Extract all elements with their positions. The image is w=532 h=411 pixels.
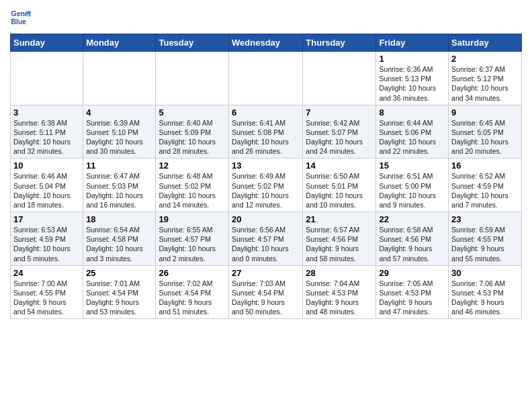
day-number: 19 <box>159 214 226 224</box>
week-row-4: 24Sunrise: 7:00 AM Sunset: 4:55 PM Dayli… <box>11 265 522 319</box>
day-info: Sunrise: 6:48 AM Sunset: 5:02 PM Dayligh… <box>159 171 226 210</box>
day-header-thursday: Thursday <box>303 34 376 52</box>
day-cell <box>11 52 83 105</box>
day-number: 11 <box>86 161 152 171</box>
day-cell: 6Sunrise: 6:41 AM Sunset: 5:08 PM Daylig… <box>229 105 303 158</box>
day-cell <box>83 52 156 105</box>
day-number: 21 <box>306 214 373 224</box>
week-row-1: 3Sunrise: 6:38 AM Sunset: 5:11 PM Daylig… <box>11 105 522 158</box>
day-number: 9 <box>451 107 519 118</box>
day-info: Sunrise: 6:58 AM Sunset: 4:56 PM Dayligh… <box>379 225 445 263</box>
day-info: Sunrise: 6:39 AM Sunset: 5:10 PM Dayligh… <box>86 118 152 156</box>
day-header-monday: Monday <box>83 34 156 52</box>
day-info: Sunrise: 6:53 AM Sunset: 4:59 PM Dayligh… <box>13 225 80 263</box>
day-number: 24 <box>13 268 80 278</box>
header: General Blue <box>10 7 522 28</box>
day-cell: 17Sunrise: 6:53 AM Sunset: 4:59 PM Dayli… <box>11 212 83 266</box>
day-number: 18 <box>86 214 152 224</box>
week-row-0: 1Sunrise: 6:36 AM Sunset: 5:13 PM Daylig… <box>11 52 522 105</box>
day-cell: 27Sunrise: 7:03 AM Sunset: 4:54 PM Dayli… <box>229 265 303 319</box>
day-info: Sunrise: 6:42 AM Sunset: 5:07 PM Dayligh… <box>306 118 373 156</box>
day-number: 29 <box>379 268 445 278</box>
day-info: Sunrise: 6:52 AM Sunset: 4:59 PM Dayligh… <box>451 171 519 210</box>
day-number: 13 <box>232 161 300 171</box>
day-cell: 4Sunrise: 6:39 AM Sunset: 5:10 PM Daylig… <box>83 105 156 158</box>
day-cell: 16Sunrise: 6:52 AM Sunset: 4:59 PM Dayli… <box>449 158 522 212</box>
day-cell: 20Sunrise: 6:56 AM Sunset: 4:57 PM Dayli… <box>229 212 303 266</box>
day-info: Sunrise: 6:40 AM Sunset: 5:09 PM Dayligh… <box>159 118 226 156</box>
day-number: 17 <box>13 214 80 224</box>
day-number: 12 <box>159 161 226 171</box>
day-number: 20 <box>232 214 300 224</box>
day-info: Sunrise: 7:05 AM Sunset: 4:53 PM Dayligh… <box>379 279 445 317</box>
day-number: 1 <box>379 54 445 64</box>
day-number: 2 <box>451 54 519 64</box>
day-info: Sunrise: 7:02 AM Sunset: 4:54 PM Dayligh… <box>159 279 226 317</box>
week-row-3: 17Sunrise: 6:53 AM Sunset: 4:59 PM Dayli… <box>11 212 522 266</box>
day-cell: 9Sunrise: 6:45 AM Sunset: 5:05 PM Daylig… <box>449 105 522 158</box>
day-cell: 12Sunrise: 6:48 AM Sunset: 5:02 PM Dayli… <box>156 158 229 212</box>
day-cell: 8Sunrise: 6:44 AM Sunset: 5:06 PM Daylig… <box>376 105 449 158</box>
day-cell: 28Sunrise: 7:04 AM Sunset: 4:53 PM Dayli… <box>303 265 376 319</box>
day-cell <box>229 52 303 105</box>
logo-icon: General Blue <box>10 7 32 28</box>
day-info: Sunrise: 6:38 AM Sunset: 5:11 PM Dayligh… <box>13 118 80 156</box>
day-number: 22 <box>379 214 445 224</box>
day-number: 26 <box>159 268 226 278</box>
day-number: 15 <box>379 161 445 171</box>
day-cell: 3Sunrise: 6:38 AM Sunset: 5:11 PM Daylig… <box>11 105 83 158</box>
day-cell: 7Sunrise: 6:42 AM Sunset: 5:07 PM Daylig… <box>303 105 376 158</box>
day-header-tuesday: Tuesday <box>156 34 229 52</box>
calendar-table: SundayMondayTuesdayWednesdayThursdayFrid… <box>10 34 522 319</box>
day-info: Sunrise: 6:44 AM Sunset: 5:06 PM Dayligh… <box>379 118 445 156</box>
day-info: Sunrise: 6:55 AM Sunset: 4:57 PM Dayligh… <box>159 225 226 263</box>
day-number: 7 <box>306 107 373 118</box>
day-header-saturday: Saturday <box>449 34 522 52</box>
day-cell: 25Sunrise: 7:01 AM Sunset: 4:54 PM Dayli… <box>83 265 156 319</box>
day-header-sunday: Sunday <box>11 34 83 52</box>
svg-text:Blue: Blue <box>11 18 27 26</box>
day-cell: 18Sunrise: 6:54 AM Sunset: 4:58 PM Dayli… <box>83 212 156 266</box>
day-info: Sunrise: 7:04 AM Sunset: 4:53 PM Dayligh… <box>306 279 373 317</box>
day-info: Sunrise: 6:54 AM Sunset: 4:58 PM Dayligh… <box>86 225 152 263</box>
day-info: Sunrise: 7:00 AM Sunset: 4:55 PM Dayligh… <box>13 279 80 317</box>
day-info: Sunrise: 6:47 AM Sunset: 5:03 PM Dayligh… <box>86 171 152 210</box>
day-cell: 13Sunrise: 6:49 AM Sunset: 5:02 PM Dayli… <box>229 158 303 212</box>
day-cell: 21Sunrise: 6:57 AM Sunset: 4:56 PM Dayli… <box>303 212 376 266</box>
day-cell: 2Sunrise: 6:37 AM Sunset: 5:12 PM Daylig… <box>449 52 522 105</box>
day-info: Sunrise: 6:46 AM Sunset: 5:04 PM Dayligh… <box>13 171 80 210</box>
day-number: 5 <box>159 107 226 118</box>
day-number: 4 <box>86 107 152 118</box>
day-info: Sunrise: 6:49 AM Sunset: 5:02 PM Dayligh… <box>232 171 300 210</box>
day-number: 14 <box>306 161 373 171</box>
day-cell: 14Sunrise: 6:50 AM Sunset: 5:01 PM Dayli… <box>303 158 376 212</box>
day-header-friday: Friday <box>376 34 449 52</box>
day-info: Sunrise: 6:56 AM Sunset: 4:57 PM Dayligh… <box>232 225 300 263</box>
day-info: Sunrise: 6:36 AM Sunset: 5:13 PM Dayligh… <box>379 64 445 103</box>
day-number: 8 <box>379 107 445 118</box>
day-cell: 22Sunrise: 6:58 AM Sunset: 4:56 PM Dayli… <box>376 212 449 266</box>
week-row-2: 10Sunrise: 6:46 AM Sunset: 5:04 PM Dayli… <box>11 158 522 212</box>
day-cell: 15Sunrise: 6:51 AM Sunset: 5:00 PM Dayli… <box>376 158 449 212</box>
day-header-wednesday: Wednesday <box>229 34 303 52</box>
day-cell: 10Sunrise: 6:46 AM Sunset: 5:04 PM Dayli… <box>11 158 83 212</box>
day-info: Sunrise: 7:03 AM Sunset: 4:54 PM Dayligh… <box>232 279 300 317</box>
day-cell: 29Sunrise: 7:05 AM Sunset: 4:53 PM Dayli… <box>376 265 449 319</box>
logo: General Blue <box>10 7 32 28</box>
day-info: Sunrise: 7:01 AM Sunset: 4:54 PM Dayligh… <box>86 279 152 317</box>
day-number: 6 <box>232 107 300 118</box>
day-number: 10 <box>13 161 80 171</box>
day-info: Sunrise: 6:51 AM Sunset: 5:00 PM Dayligh… <box>379 171 445 210</box>
day-info: Sunrise: 6:50 AM Sunset: 5:01 PM Dayligh… <box>306 171 373 210</box>
day-info: Sunrise: 6:59 AM Sunset: 4:55 PM Dayligh… <box>451 225 519 263</box>
header-row: SundayMondayTuesdayWednesdayThursdayFrid… <box>11 34 522 52</box>
day-info: Sunrise: 6:37 AM Sunset: 5:12 PM Dayligh… <box>451 64 519 103</box>
day-number: 3 <box>13 107 80 118</box>
day-cell <box>156 52 229 105</box>
day-cell: 30Sunrise: 7:06 AM Sunset: 4:53 PM Dayli… <box>449 265 522 319</box>
day-number: 23 <box>451 214 519 224</box>
day-cell: 1Sunrise: 6:36 AM Sunset: 5:13 PM Daylig… <box>376 52 449 105</box>
day-cell: 23Sunrise: 6:59 AM Sunset: 4:55 PM Dayli… <box>449 212 522 266</box>
day-number: 25 <box>86 268 152 278</box>
day-number: 28 <box>306 268 373 278</box>
